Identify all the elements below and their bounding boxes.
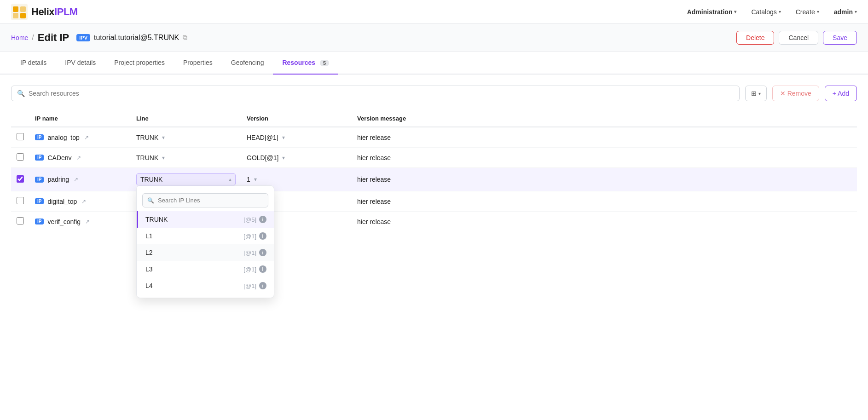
external-link-icon[interactable]: ↗ — [85, 219, 90, 225]
dropdown-item-l1[interactable]: L1 [@1] i — [137, 228, 274, 244]
nav-administration[interactable]: Administration ▾ — [687, 8, 737, 16]
version-value: GOLD[@1] — [247, 154, 278, 161]
dropdown-item-l4[interactable]: L4 [@1] i — [137, 277, 274, 294]
chevron-down-icon[interactable]: ▾ — [162, 134, 165, 141]
dropdown-search-box[interactable]: 🔍 — [142, 193, 268, 207]
col-header-version: Version — [241, 110, 352, 127]
view-toggle-button[interactable]: ⊞ ▾ — [745, 86, 767, 101]
row-version-message-cell: hier release — [352, 127, 839, 148]
nav-catalogs[interactable]: Catalogs ▾ — [751, 8, 781, 16]
dropdown-item-version: [@5] — [243, 216, 256, 223]
line-value: TRUNK — [136, 154, 158, 161]
row-version-message-cell: hier release — [352, 148, 839, 168]
tab-geofencing[interactable]: Geofencing — [222, 52, 273, 75]
chevron-down-icon[interactable]: ▾ — [282, 134, 285, 141]
row-version-message-cell: hier release — [352, 212, 839, 232]
col-header-line: Line — [131, 110, 241, 127]
ip-name: CADenv — [47, 154, 71, 161]
dropdown-item-label: TRUNK — [145, 216, 168, 223]
col-header-checkbox — [11, 110, 29, 127]
copy-icon[interactable]: ⧉ — [183, 34, 187, 41]
dropdown-item-version: [@1] — [243, 266, 256, 273]
dropdown-item-trunk[interactable]: TRUNK [@5] i — [137, 211, 274, 228]
row-ip-name-cell: IP padring ↗ — [29, 168, 131, 191]
tab-resources[interactable]: Resources 5 — [273, 52, 338, 75]
dropdown-search-input[interactable] — [158, 197, 263, 204]
ip-name: digital_top — [47, 198, 77, 205]
info-icon[interactable]: i — [259, 265, 266, 273]
row-ip-name-cell: IP CADenv ↗ — [29, 148, 131, 168]
ip-mini-tag: IP — [35, 198, 44, 204]
info-icon[interactable]: i — [259, 232, 266, 240]
add-button[interactable]: + Add — [825, 86, 857, 101]
external-link-icon[interactable]: ↗ — [81, 198, 86, 205]
chevron-up-icon[interactable]: ▴ — [229, 176, 231, 183]
breadcrumb-home-link[interactable]: Home — [11, 34, 28, 41]
row-checkbox[interactable] — [17, 175, 24, 183]
chevron-down-icon: ▾ — [758, 91, 761, 96]
info-icon[interactable]: i — [259, 216, 266, 223]
chevron-down-icon: ▾ — [734, 9, 736, 14]
info-icon[interactable]: i — [259, 282, 266, 289]
ip-mini-tag: IP — [35, 219, 44, 224]
tab-ipv-details[interactable]: IPV details — [56, 52, 105, 75]
chevron-down-icon[interactable]: ▾ — [282, 155, 285, 161]
line-dropdown-popup: 🔍 TRUNK [@5] i — [136, 185, 274, 298]
row-checkbox[interactable] — [17, 153, 24, 161]
row-checkbox[interactable] — [17, 197, 24, 204]
tab-ip-details[interactable]: IP details — [11, 52, 56, 75]
resources-table: IP name Line Version Version message IP … — [11, 110, 857, 231]
row-extra-cell — [839, 191, 857, 212]
row-checkbox-cell — [11, 168, 29, 191]
dropdown-item-l3[interactable]: L3 [@1] i — [137, 261, 274, 277]
row-ip-name-cell: IP analog_top ↗ — [29, 127, 131, 148]
search-resources-input[interactable] — [29, 90, 734, 97]
row-extra-cell — [839, 168, 857, 191]
table-row: IP CADenv ↗ TRUNK ▾ GOLD[@1] ▾ — [11, 148, 857, 168]
cancel-button[interactable]: Cancel — [779, 31, 818, 45]
search-resources-box[interactable]: 🔍 — [11, 86, 740, 101]
version-value: HEAD[@1] — [247, 134, 278, 141]
row-checkbox-cell — [11, 212, 29, 232]
save-button[interactable]: Save — [823, 31, 857, 45]
top-nav: HelixIPLM Administration ▾ Catalogs ▾ Cr… — [0, 0, 868, 24]
table-body: IP analog_top ↗ TRUNK ▾ HEAD[@1] ▾ — [11, 127, 857, 231]
external-link-icon[interactable]: ↗ — [84, 134, 89, 141]
nav-create[interactable]: Create ▾ — [796, 8, 819, 16]
bar-actions: Delete Cancel Save — [736, 31, 857, 45]
helix-logo-icon — [11, 4, 28, 20]
dropdown-item-version: [@1] — [243, 282, 256, 289]
nav-admin-user[interactable]: admin ▾ — [834, 8, 857, 16]
row-checkbox-cell — [11, 191, 29, 212]
delete-button[interactable]: Delete — [736, 31, 774, 45]
col-header-extra — [839, 110, 857, 127]
external-link-icon[interactable]: ↗ — [76, 155, 81, 161]
line-value: TRUNK — [140, 176, 162, 183]
col-header-version-message: Version message — [352, 110, 839, 127]
dropdown-item-label: L3 — [145, 265, 153, 273]
table-row: IP analog_top ↗ TRUNK ▾ HEAD[@1] ▾ — [11, 127, 857, 148]
x-icon: ✕ — [780, 90, 786, 97]
row-checkbox[interactable] — [17, 217, 24, 224]
chevron-down-icon[interactable]: ▾ — [162, 155, 165, 161]
breadcrumb-current-page: Edit IP — [38, 32, 69, 44]
ip-record-id: tutorial.tutorial@5.TRUNK — [94, 34, 179, 42]
tab-properties[interactable]: Properties — [174, 52, 222, 75]
info-icon[interactable]: i — [259, 249, 266, 256]
tab-project-properties[interactable]: Project properties — [105, 52, 174, 75]
ip-mini-tag: IP — [35, 177, 44, 183]
breadcrumb-bar: Home / Edit IP IPV tutorial.tutorial@5.T… — [0, 24, 868, 52]
remove-button[interactable]: ✕ Remove — [772, 86, 819, 101]
row-ip-name-cell: IP digital_top ↗ — [29, 191, 131, 212]
col-header-ip-name: IP name — [29, 110, 131, 127]
breadcrumb: Home / Edit IP — [11, 32, 69, 44]
dropdown-item-label: L4 — [145, 282, 153, 289]
dropdown-item-label: L2 — [145, 249, 153, 256]
chevron-down-icon[interactable]: ▾ — [254, 176, 257, 183]
row-ip-name-cell: IP verif_config ↗ — [29, 212, 131, 232]
external-link-icon[interactable]: ↗ — [74, 176, 78, 183]
row-checkbox[interactable] — [17, 133, 24, 140]
dropdown-item-l2[interactable]: L2 [@1] i — [137, 244, 274, 261]
resources-count-badge: 5 — [320, 60, 329, 66]
row-line-cell: TRUNK ▴ 🔍 TRUNK — [131, 168, 241, 191]
